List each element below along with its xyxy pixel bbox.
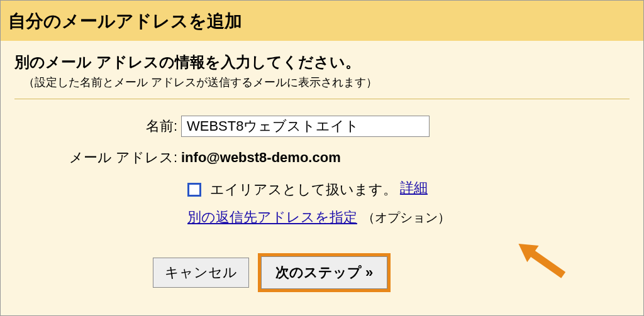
reply-to-link[interactable]: 別の返信先アドレスを指定	[187, 209, 357, 225]
name-label: 名前:	[40, 117, 181, 136]
svg-line-0	[530, 251, 564, 275]
name-input[interactable]	[181, 116, 430, 137]
name-row: 名前:	[40, 116, 630, 137]
svg-marker-1	[513, 236, 538, 262]
email-value: info@webst8-demo.com	[181, 150, 341, 166]
alias-label: エイリアスとして扱います。	[210, 182, 397, 197]
dialog-content: 別のメール アドレスの情報を入力してください。 （設定した名前とメール アドレス…	[1, 41, 643, 316]
alias-detail-link[interactable]: 詳細	[400, 180, 428, 195]
email-row: メール アドレス: info@webst8-demo.com	[40, 148, 630, 167]
dialog-titlebar: 自分のメールアドレスを追加	[1, 1, 643, 41]
next-button-highlight: 次のステップ »	[258, 253, 391, 292]
form: 名前: メール アドレス: info@webst8-demo.com エイリアス…	[40, 116, 630, 292]
dialog-title: 自分のメールアドレスを追加	[8, 9, 636, 33]
button-row: キャンセル 次のステップ »	[153, 253, 630, 292]
section-heading: 別のメール アドレスの情報を入力してください。	[14, 52, 630, 72]
email-label: メール アドレス:	[40, 148, 181, 167]
section-subheading: （設定した名前とメール アドレスが送信するメールに表示されます）	[23, 75, 630, 90]
alias-checkbox[interactable]	[187, 183, 201, 197]
cancel-button[interactable]: キャンセル	[153, 258, 249, 288]
reply-to-option: （オプション）	[362, 210, 450, 224]
alias-row: エイリアスとして扱います。 詳細	[187, 178, 630, 199]
reply-to-row: 別の返信先アドレスを指定 （オプション）	[187, 208, 630, 227]
divider	[14, 99, 630, 99]
next-step-button[interactable]: 次のステップ »	[261, 256, 387, 289]
annotation-arrow-icon	[508, 236, 577, 286]
